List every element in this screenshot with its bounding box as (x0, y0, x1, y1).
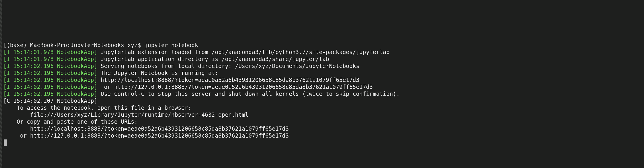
log-message: http://localhost:8888/?token=aeae0a52a6b… (101, 77, 360, 83)
log-message: Serving notebooks from local directory: … (101, 63, 360, 69)
host-path: MacBook-Pro:JupyterNotebooks (30, 42, 124, 48)
log-prefix: [I 15:14:01.978 NotebookApp] (3, 56, 98, 62)
log-line: [I 15:14:02.196 NotebookApp] The Jupyter… (3, 70, 644, 77)
terminal-cursor-icon (4, 140, 7, 146)
log-line: [I 15:14:02.196 NotebookApp] Use Control… (3, 91, 644, 97)
conda-env: (base) (6, 42, 27, 48)
cursor-line (3, 139, 644, 146)
terminal-output[interactable]: [(base) MacBook-Pro:JupyterNotebooks xyz… (0, 42, 644, 146)
log-prefix: [I 15:14:02.196 NotebookApp] (3, 91, 98, 97)
log-prefix: [I 15:14:02.196 NotebookApp] (3, 77, 98, 83)
log-prefix: [I 15:14:02.196 NotebookApp] (3, 84, 98, 90)
log-line: [I 15:14:02.196 NotebookApp] Serving not… (3, 63, 644, 70)
prompt-sep: $ (138, 42, 141, 48)
output-access-instruction: To access the notebook, open this file i… (3, 104, 644, 111)
shell-prompt-line: [(base) MacBook-Pro:JupyterNotebooks xyz… (3, 42, 644, 49)
log-line: [C 15:14:02.207 NotebookApp] (3, 97, 644, 104)
log-line: [I 15:14:02.196 NotebookApp] http://loca… (3, 77, 644, 84)
entered-command: jupyter notebook (144, 42, 198, 48)
output-copy-instruction: Or copy and paste one of these URLs: (3, 118, 644, 125)
log-message: Use Control-C to stop this server and sh… (101, 91, 400, 97)
output-url-localhost: http://localhost:8888/?token=aeae0a52a6b… (3, 125, 644, 132)
log-prefix: [I 15:14:02.196 NotebookApp] (3, 63, 98, 69)
log-line: [I 15:14:01.978 NotebookApp] JupyterLab … (3, 49, 644, 56)
log-message: or http://127.0.0.1:8888/?token=aeae0a52… (101, 84, 373, 90)
log-prefix: [I 15:14:02.196 NotebookApp] (3, 70, 98, 76)
log-prefix: [C 15:14:02.207 NotebookApp] (3, 98, 98, 104)
shell-user: xyz (128, 42, 138, 48)
log-message: JupyterLab extension loaded from /opt/an… (101, 49, 390, 55)
log-prefix: [I 15:14:01.978 NotebookApp] (3, 49, 98, 55)
log-message: The Jupyter Notebook is running at: (101, 70, 218, 76)
output-url-127: or http://127.0.0.1:8888/?token=aeae0a52… (3, 132, 644, 139)
log-message: JupyterLab application directory is /opt… (101, 56, 329, 62)
window-edge-decoration (0, 0, 2, 168)
log-line: [I 15:14:02.196 NotebookApp] or http://1… (3, 84, 644, 91)
output-file-url: file:///Users/xyz/Library/Jupyter/runtim… (3, 111, 644, 118)
log-line: [I 15:14:01.978 NotebookApp] JupyterLab … (3, 56, 644, 63)
